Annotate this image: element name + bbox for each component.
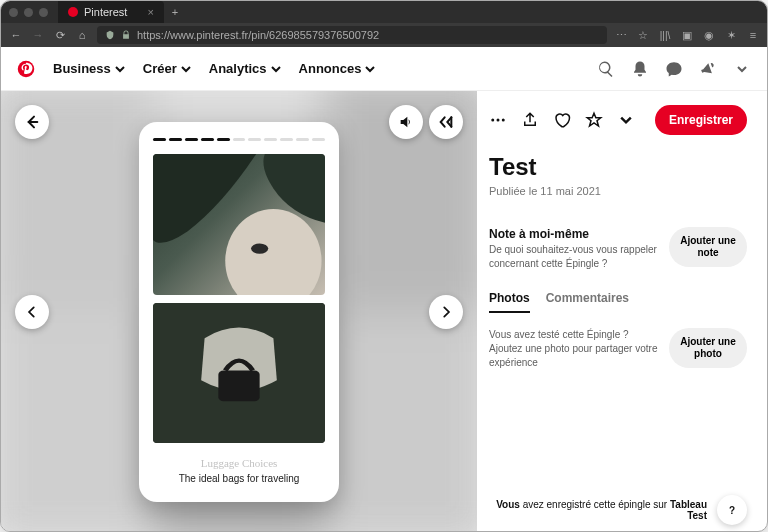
- menu-icon[interactable]: ≡: [747, 29, 759, 41]
- close-tab-icon[interactable]: ×: [147, 6, 153, 18]
- chevron-down-icon: [365, 64, 375, 74]
- svg-point-1: [225, 209, 321, 294]
- window-titlebar: Pinterest × +: [1, 1, 767, 23]
- address-bar[interactable]: https://www.pinterest.fr/pin/62698557937…: [97, 26, 607, 44]
- megaphone-icon[interactable]: [699, 60, 717, 78]
- help-button[interactable]: ?: [717, 495, 747, 525]
- heart-icon[interactable]: [553, 111, 571, 129]
- share-icon[interactable]: [521, 111, 539, 129]
- note-subtext: De quoi souhaitez-vous vous rappeler con…: [489, 243, 659, 271]
- sidebar-icon[interactable]: ▣: [681, 29, 693, 41]
- save-confirmation-footer: Vous avez enregistré cette épingle sur T…: [489, 495, 747, 525]
- lock-icon: [121, 30, 131, 40]
- home-icon[interactable]: ⌂: [75, 29, 89, 41]
- new-tab-button[interactable]: +: [172, 6, 178, 18]
- leaf-illustration-icon: [153, 154, 325, 295]
- close-window-icon[interactable]: [9, 8, 18, 17]
- svg-rect-4: [218, 370, 259, 401]
- back-icon[interactable]: ←: [9, 29, 23, 41]
- account-icon[interactable]: ◉: [703, 29, 715, 41]
- library-icon[interactable]: |||\: [659, 29, 671, 41]
- search-icon[interactable]: [597, 60, 615, 78]
- caption-subtitle: Luggage Choices: [151, 457, 327, 469]
- more-icon[interactable]: ⋯: [615, 29, 627, 41]
- svg-point-5: [491, 119, 494, 122]
- forward-icon[interactable]: →: [31, 29, 45, 41]
- note-heading: Note à moi-même: [489, 227, 659, 241]
- collapse-icon: [438, 114, 454, 130]
- chevron-left-icon: [25, 305, 39, 319]
- save-button[interactable]: Enregistrer: [655, 105, 747, 135]
- nav-business[interactable]: Business: [53, 61, 125, 76]
- speaker-icon: [398, 114, 414, 130]
- pin-published-date: Publiée le 11 mai 2021: [489, 185, 747, 197]
- pin-preview-pane: Luggage Choices The ideal bags for trave…: [1, 91, 477, 532]
- tried-section: Vous avez testé cette Épingle ? Ajoutez …: [489, 328, 747, 370]
- card-caption: Luggage Choices The ideal bags for trave…: [139, 447, 339, 502]
- back-button[interactable]: [15, 105, 49, 139]
- card-image-top: [153, 154, 325, 295]
- star-icon[interactable]: [585, 111, 603, 129]
- card-image-bottom: [153, 303, 325, 444]
- nav-ads[interactable]: Annonces: [299, 61, 376, 76]
- tab-title: Pinterest: [84, 6, 127, 18]
- tab-comments[interactable]: Commentaires: [546, 291, 629, 313]
- svg-point-6: [497, 119, 500, 122]
- add-note-button[interactable]: Ajouter une note: [669, 227, 747, 267]
- tried-subtext: Vous avez testé cette Épingle ? Ajoutez …: [489, 328, 659, 370]
- chevron-right-icon: [439, 305, 453, 319]
- svg-point-2: [251, 243, 268, 253]
- traffic-lights[interactable]: [9, 8, 48, 17]
- nav-create[interactable]: Créer: [143, 61, 191, 76]
- note-section: Note à moi-même De quoi souhaitez-vous v…: [489, 227, 747, 271]
- chevron-down-icon: [181, 64, 191, 74]
- pinterest-logo-icon[interactable]: [17, 60, 35, 78]
- bag-illustration-icon: [153, 303, 325, 444]
- minimize-window-icon[interactable]: [24, 8, 33, 17]
- bell-icon[interactable]: [631, 60, 649, 78]
- shield-icon: [105, 30, 115, 40]
- board-selector-chevron-icon[interactable]: [617, 111, 635, 129]
- more-options-icon[interactable]: [489, 111, 507, 129]
- pin-details-pane: Enregistrer Test Publiée le 11 mai 2021 …: [477, 91, 767, 532]
- collapse-button[interactable]: [429, 105, 463, 139]
- idea-pin-card: Luggage Choices The ideal bags for trave…: [139, 122, 339, 502]
- main-content: Luggage Choices The ideal bags for trave…: [1, 91, 767, 532]
- prev-button[interactable]: [15, 295, 49, 329]
- page-indicator[interactable]: [139, 138, 339, 144]
- tab-photos[interactable]: Photos: [489, 291, 530, 313]
- pin-actions: Enregistrer: [489, 105, 747, 135]
- url-text: https://www.pinterest.fr/pin/62698557937…: [137, 29, 379, 41]
- pinterest-favicon-icon: [68, 7, 78, 17]
- reload-icon[interactable]: ⟳: [53, 29, 67, 42]
- site-header: Business Créer Analytics Annonces: [1, 47, 767, 91]
- caption-title: The ideal bags for traveling: [151, 473, 327, 484]
- nav-analytics[interactable]: Analytics: [209, 61, 281, 76]
- browser-tab[interactable]: Pinterest ×: [58, 1, 164, 23]
- chat-icon[interactable]: [665, 60, 683, 78]
- reader-icon[interactable]: ☆: [637, 29, 649, 41]
- chevron-down-icon: [115, 64, 125, 74]
- pin-title: Test: [489, 153, 747, 181]
- maximize-window-icon[interactable]: [39, 8, 48, 17]
- chevron-down-icon: [271, 64, 281, 74]
- next-button[interactable]: [429, 295, 463, 329]
- svg-point-7: [502, 119, 505, 122]
- account-chevron-icon[interactable]: [733, 60, 751, 78]
- add-photo-button[interactable]: Ajouter une photo: [669, 328, 747, 368]
- sound-button[interactable]: [389, 105, 423, 139]
- arrow-left-icon: [24, 114, 40, 130]
- browser-toolbar: ← → ⟳ ⌂ https://www.pinterest.fr/pin/626…: [1, 23, 767, 47]
- extensions-icon[interactable]: ✶: [725, 29, 737, 41]
- save-confirmation-text: Vous avez enregistré cette épingle sur T…: [489, 499, 707, 521]
- detail-tabs: Photos Commentaires: [489, 291, 747, 314]
